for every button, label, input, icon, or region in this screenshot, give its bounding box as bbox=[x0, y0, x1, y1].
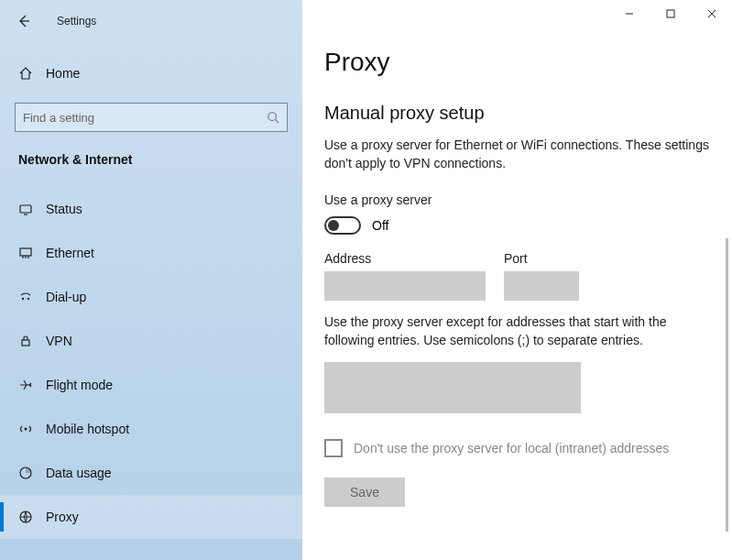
nav-item-flight-mode[interactable]: Flight mode bbox=[0, 363, 302, 407]
nav-label: VPN bbox=[46, 334, 72, 348]
section-description: Use a proxy server for Ethernet or WiFi … bbox=[324, 137, 709, 172]
nav-label: Ethernet bbox=[46, 246, 94, 260]
nav-item-data-usage[interactable]: Data usage bbox=[0, 451, 302, 495]
use-proxy-label: Use a proxy server bbox=[324, 192, 710, 207]
nav-item-dialup[interactable]: Dial-up bbox=[0, 275, 302, 319]
minimize-button[interactable] bbox=[608, 0, 650, 27]
category-heading: Network & Internet bbox=[0, 132, 302, 174]
nav-item-ethernet[interactable]: Ethernet bbox=[0, 231, 302, 275]
address-column: Address bbox=[324, 251, 486, 301]
minimize-icon bbox=[625, 9, 634, 18]
data-usage-icon bbox=[16, 466, 35, 480]
exceptions-input[interactable] bbox=[324, 362, 581, 413]
address-port-row: Address Port bbox=[324, 251, 710, 301]
search-icon bbox=[267, 111, 279, 124]
intranet-check-label: Don't use the proxy server for local (in… bbox=[354, 441, 669, 456]
nav-label: Data usage bbox=[46, 466, 112, 480]
save-button[interactable]: Save bbox=[324, 478, 405, 507]
search-input[interactable] bbox=[23, 111, 267, 125]
nav-item-proxy[interactable]: Proxy bbox=[0, 495, 302, 539]
nav-home[interactable]: Home bbox=[0, 60, 302, 86]
nav-label: Flight mode bbox=[46, 378, 113, 392]
svg-rect-5 bbox=[22, 340, 29, 346]
svg-point-0 bbox=[268, 113, 277, 121]
maximize-button[interactable] bbox=[650, 0, 691, 27]
svg-point-6 bbox=[25, 428, 27, 431]
nav-item-vpn[interactable]: VPN bbox=[0, 319, 302, 363]
svg-point-4 bbox=[27, 298, 29, 300]
close-icon bbox=[707, 9, 716, 18]
svg-rect-9 bbox=[667, 10, 674, 17]
back-button[interactable] bbox=[13, 10, 35, 32]
home-icon bbox=[16, 66, 35, 81]
port-input[interactable] bbox=[504, 271, 579, 301]
content-pane: Proxy Manual proxy setup Use a proxy ser… bbox=[302, 0, 732, 560]
app-title: Settings bbox=[57, 15, 96, 27]
nav-label: Mobile hotspot bbox=[46, 422, 129, 436]
svg-point-3 bbox=[22, 298, 24, 300]
svg-rect-2 bbox=[20, 248, 31, 256]
vpn-icon bbox=[16, 334, 35, 348]
scrollbar[interactable] bbox=[726, 238, 728, 532]
use-proxy-toggle[interactable] bbox=[324, 216, 361, 235]
sidebar: Settings Home Network & Internet Status … bbox=[0, 0, 302, 560]
window-controls bbox=[608, 0, 732, 27]
svg-rect-1 bbox=[20, 205, 31, 213]
use-proxy-toggle-row: Off bbox=[324, 216, 710, 235]
nav-label: Status bbox=[46, 202, 82, 216]
nav-home-label: Home bbox=[46, 66, 80, 81]
nav-label: Dial-up bbox=[46, 290, 86, 304]
nav-list: Status Ethernet Dial-up VPN Flight mode … bbox=[0, 187, 302, 539]
toggle-state-label: Off bbox=[372, 218, 388, 233]
hotspot-icon bbox=[16, 422, 35, 436]
back-arrow-icon bbox=[16, 14, 31, 28]
nav-label: Proxy bbox=[46, 510, 79, 524]
intranet-check-row: Don't use the proxy server for local (in… bbox=[324, 439, 710, 457]
toggle-knob bbox=[328, 220, 339, 231]
intranet-checkbox[interactable] bbox=[324, 439, 343, 457]
nav-item-status[interactable]: Status bbox=[0, 187, 302, 231]
address-input[interactable] bbox=[324, 271, 486, 301]
search-box[interactable] bbox=[15, 103, 288, 132]
globe-icon bbox=[16, 510, 35, 524]
maximize-icon bbox=[666, 9, 675, 18]
exceptions-description: Use the proxy server except for addresse… bbox=[324, 313, 709, 349]
status-icon bbox=[16, 202, 35, 216]
ethernet-icon bbox=[16, 246, 35, 260]
nav-item-mobile-hotspot[interactable]: Mobile hotspot bbox=[0, 407, 302, 451]
port-label: Port bbox=[504, 251, 579, 266]
section-title: Manual proxy setup bbox=[324, 103, 710, 124]
page-title: Proxy bbox=[324, 48, 710, 77]
titlebar: Settings bbox=[0, 7, 302, 35]
airplane-icon bbox=[16, 378, 35, 392]
port-column: Port bbox=[504, 251, 579, 301]
close-button[interactable] bbox=[691, 0, 732, 27]
address-label: Address bbox=[324, 251, 486, 266]
dialup-icon bbox=[16, 290, 35, 304]
